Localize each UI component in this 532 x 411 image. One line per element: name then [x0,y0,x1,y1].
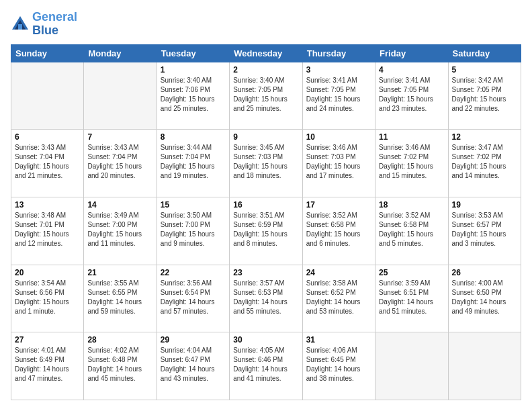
calendar-cell: 31Sunrise: 4:06 AMSunset: 6:45 PMDayligh… [302,332,375,400]
page: General Blue SundayMondayTuesdayWednesda… [0,0,532,411]
calendar-cell: 16Sunrise: 3:51 AMSunset: 6:59 PMDayligh… [230,197,302,265]
day-number: 13 [15,200,80,210]
calendar-cell: 10Sunrise: 3:46 AMSunset: 7:03 PMDayligh… [302,130,375,197]
calendar-cell: 15Sunrise: 3:50 AMSunset: 7:00 PMDayligh… [157,197,229,265]
day-number: 4 [379,65,444,75]
calendar-cell [375,332,448,400]
day-info: Sunrise: 3:52 AMSunset: 6:58 PMDaylight:… [306,211,371,248]
day-info: Sunrise: 3:50 AMSunset: 7:00 PMDaylight:… [161,211,226,248]
calendar-cell: 9Sunrise: 3:45 AMSunset: 7:03 PMDaylight… [230,130,302,197]
calendar-cell: 1Sunrise: 3:40 AMSunset: 7:06 PMDaylight… [157,62,229,130]
week-row-1: 1Sunrise: 3:40 AMSunset: 7:06 PMDaylight… [11,62,521,130]
day-info: Sunrise: 3:43 AMSunset: 7:04 PMDaylight:… [87,143,152,181]
day-number: 22 [161,268,226,277]
weekday-header-wednesday: Wednesday [230,44,302,62]
day-number: 6 [15,132,80,142]
day-info: Sunrise: 3:58 AMSunset: 6:52 PMDaylight:… [306,279,371,316]
calendar-cell [448,332,521,400]
calendar-cell: 21Sunrise: 3:55 AMSunset: 6:55 PMDayligh… [84,265,157,332]
day-info: Sunrise: 4:02 AMSunset: 6:48 PMDaylight:… [87,346,152,383]
day-number: 3 [306,65,371,75]
day-info: Sunrise: 3:54 AMSunset: 6:56 PMDaylight:… [15,279,80,316]
day-info: Sunrise: 3:57 AMSunset: 6:53 PMDaylight:… [233,279,298,316]
svg-rect-2 [18,24,22,30]
calendar-cell: 2Sunrise: 3:40 AMSunset: 7:05 PMDaylight… [230,62,302,130]
day-info: Sunrise: 4:01 AMSunset: 6:49 PMDaylight:… [15,346,80,383]
day-number: 2 [233,65,298,75]
day-info: Sunrise: 3:56 AMSunset: 6:54 PMDaylight:… [161,279,226,316]
calendar-cell: 6Sunrise: 3:43 AMSunset: 7:04 PMDaylight… [11,130,84,197]
calendar-cell: 30Sunrise: 4:05 AMSunset: 6:46 PMDayligh… [230,332,302,400]
calendar-cell: 19Sunrise: 3:53 AMSunset: 6:57 PMDayligh… [448,197,521,265]
calendar-cell: 23Sunrise: 3:57 AMSunset: 6:53 PMDayligh… [230,265,302,332]
day-number: 10 [306,132,371,142]
calendar-cell: 24Sunrise: 3:58 AMSunset: 6:52 PMDayligh… [302,265,375,332]
day-number: 16 [233,200,298,210]
calendar-cell: 5Sunrise: 3:42 AMSunset: 7:05 PMDaylight… [448,62,521,130]
weekday-header-thursday: Thursday [302,44,375,62]
calendar-cell: 4Sunrise: 3:41 AMSunset: 7:05 PMDaylight… [375,62,448,130]
day-info: Sunrise: 3:41 AMSunset: 7:05 PMDaylight:… [379,76,444,113]
day-number: 8 [161,132,226,142]
day-info: Sunrise: 3:51 AMSunset: 6:59 PMDaylight:… [233,211,298,248]
day-info: Sunrise: 3:59 AMSunset: 6:51 PMDaylight:… [379,279,444,316]
day-info: Sunrise: 3:49 AMSunset: 7:00 PMDaylight:… [87,211,152,248]
header: General Blue [11,11,521,38]
calendar-cell [84,62,157,130]
calendar-cell: 18Sunrise: 3:52 AMSunset: 6:58 PMDayligh… [375,197,448,265]
calendar-cell [11,62,84,130]
day-number: 29 [161,335,226,345]
calendar-cell: 22Sunrise: 3:56 AMSunset: 6:54 PMDayligh… [157,265,229,332]
calendar-cell: 7Sunrise: 3:43 AMSunset: 7:04 PMDaylight… [84,130,157,197]
calendar-cell: 11Sunrise: 3:46 AMSunset: 7:02 PMDayligh… [375,130,448,197]
week-row-2: 6Sunrise: 3:43 AMSunset: 7:04 PMDaylight… [11,130,521,197]
calendar-cell: 26Sunrise: 4:00 AMSunset: 6:50 PMDayligh… [448,265,521,332]
logo: General Blue [11,11,77,38]
day-info: Sunrise: 3:52 AMSunset: 6:58 PMDaylight:… [379,211,444,248]
day-info: Sunrise: 3:40 AMSunset: 7:06 PMDaylight:… [161,76,226,113]
calendar-cell: 20Sunrise: 3:54 AMSunset: 6:56 PMDayligh… [11,265,84,332]
day-info: Sunrise: 3:43 AMSunset: 7:04 PMDaylight:… [15,143,80,181]
day-info: Sunrise: 4:06 AMSunset: 6:45 PMDaylight:… [306,346,371,383]
logo-text: General Blue [32,11,77,38]
day-info: Sunrise: 3:41 AMSunset: 7:05 PMDaylight:… [306,76,371,113]
day-info: Sunrise: 3:40 AMSunset: 7:05 PMDaylight:… [233,76,298,113]
day-number: 30 [233,335,298,345]
day-info: Sunrise: 3:55 AMSunset: 6:55 PMDaylight:… [87,279,152,316]
calendar-cell: 29Sunrise: 4:04 AMSunset: 6:47 PMDayligh… [157,332,229,400]
day-number: 20 [15,268,80,277]
day-info: Sunrise: 3:46 AMSunset: 7:03 PMDaylight:… [306,143,371,181]
day-number: 24 [306,268,371,277]
weekday-header-monday: Monday [84,44,157,62]
day-info: Sunrise: 3:44 AMSunset: 7:04 PMDaylight:… [161,143,226,181]
weekday-header-friday: Friday [375,44,448,62]
day-info: Sunrise: 4:04 AMSunset: 6:47 PMDaylight:… [161,346,226,383]
day-number: 5 [452,65,517,75]
logo-icon [11,15,30,34]
day-number: 7 [87,132,152,142]
calendar-cell: 25Sunrise: 3:59 AMSunset: 6:51 PMDayligh… [375,265,448,332]
weekday-header-saturday: Saturday [448,44,521,62]
calendar-cell: 27Sunrise: 4:01 AMSunset: 6:49 PMDayligh… [11,332,84,400]
day-number: 11 [379,132,444,142]
day-number: 12 [452,132,517,142]
day-number: 17 [306,200,371,210]
day-info: Sunrise: 4:05 AMSunset: 6:46 PMDaylight:… [233,346,298,383]
calendar-cell: 17Sunrise: 3:52 AMSunset: 6:58 PMDayligh… [302,197,375,265]
day-info: Sunrise: 3:53 AMSunset: 6:57 PMDaylight:… [452,211,517,248]
day-number: 28 [87,335,152,345]
weekday-header-sunday: Sunday [11,44,84,62]
calendar-cell: 14Sunrise: 3:49 AMSunset: 7:00 PMDayligh… [84,197,157,265]
week-row-3: 13Sunrise: 3:48 AMSunset: 7:01 PMDayligh… [11,197,521,265]
day-info: Sunrise: 3:46 AMSunset: 7:02 PMDaylight:… [379,143,444,181]
calendar-cell: 12Sunrise: 3:47 AMSunset: 7:02 PMDayligh… [448,130,521,197]
calendar-cell: 3Sunrise: 3:41 AMSunset: 7:05 PMDaylight… [302,62,375,130]
calendar-cell: 8Sunrise: 3:44 AMSunset: 7:04 PMDaylight… [157,130,229,197]
day-number: 23 [233,268,298,277]
day-number: 14 [87,200,152,210]
day-number: 26 [452,268,517,277]
day-number: 25 [379,268,444,277]
calendar-table: SundayMondayTuesdayWednesdayThursdayFrid… [11,44,521,400]
week-row-5: 27Sunrise: 4:01 AMSunset: 6:49 PMDayligh… [11,332,521,400]
day-number: 27 [15,335,80,345]
